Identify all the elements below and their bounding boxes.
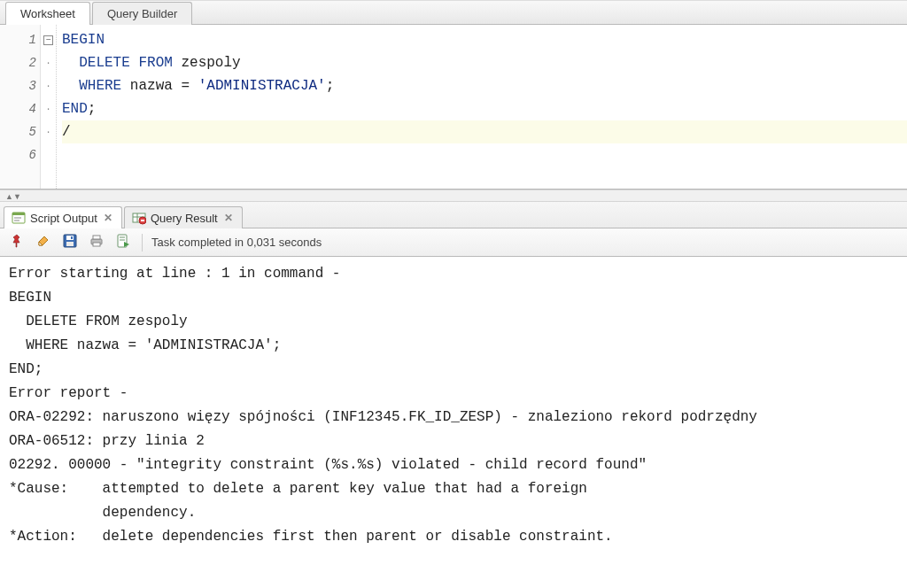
output-toolbar: Task completed in 0,031 seconds	[0, 228, 907, 257]
line-number: 2	[0, 51, 36, 74]
close-icon[interactable]: ✕	[104, 212, 112, 224]
tab-label: Script Output	[30, 212, 97, 225]
output-tab-bar: Script Output ✕ Query Result ✕	[0, 202, 907, 228]
line-number: 4	[0, 97, 36, 120]
line-number-gutter: 1 2 3 4 5 6	[0, 25, 41, 189]
eraser-icon	[36, 234, 50, 251]
printer-icon	[89, 234, 104, 251]
line-number: 6	[0, 143, 36, 166]
svg-rect-1	[12, 213, 25, 215]
toolbar-separator	[142, 234, 143, 251]
keyword-begin: BEGIN	[62, 32, 105, 48]
line-number: 3	[0, 74, 36, 97]
horizontal-splitter[interactable]: ▲▼	[0, 190, 907, 202]
line-number: 5	[0, 120, 36, 143]
fold-gutter: − ····	[41, 25, 57, 189]
tab-worksheet[interactable]: Worksheet	[5, 2, 90, 25]
pin-icon	[10, 234, 24, 251]
code-area[interactable]: BEGIN DELETE FROM zespoly WHERE nazwa = …	[57, 25, 907, 189]
tab-label: Query Result	[151, 212, 218, 225]
svg-rect-15	[93, 243, 100, 246]
print-button[interactable]	[87, 233, 106, 252]
editor-tab-bar: Worksheet Query Builder	[0, 0, 907, 25]
line-number: 1	[0, 28, 36, 51]
task-status: Task completed in 0,031 seconds	[151, 236, 322, 249]
tab-query-builder[interactable]: Query Builder	[92, 2, 192, 25]
tab-query-result[interactable]: Query Result ✕	[124, 206, 243, 228]
clear-button[interactable]	[34, 233, 53, 252]
close-icon[interactable]: ✕	[224, 212, 233, 224]
svg-rect-11	[66, 242, 74, 246]
floppy-icon	[63, 234, 77, 251]
svg-rect-14	[93, 236, 100, 239]
sql-editor: 1 2 3 4 5 6 − ···· BEGIN DELETE FROM zes…	[0, 25, 907, 190]
svg-rect-12	[71, 236, 73, 239]
query-result-icon	[132, 211, 146, 225]
fold-toggle-icon[interactable]: −	[43, 35, 53, 45]
script-icon	[116, 234, 130, 251]
pin-button[interactable]	[7, 233, 27, 252]
current-line: /	[62, 120, 907, 143]
run-script-button[interactable]	[113, 233, 133, 252]
save-button[interactable]	[60, 233, 80, 252]
script-output-icon	[12, 211, 26, 225]
tab-script-output[interactable]: Script Output ✕	[4, 206, 122, 228]
script-output-body[interactable]: Error starting at line : 1 in command - …	[0, 257, 907, 588]
